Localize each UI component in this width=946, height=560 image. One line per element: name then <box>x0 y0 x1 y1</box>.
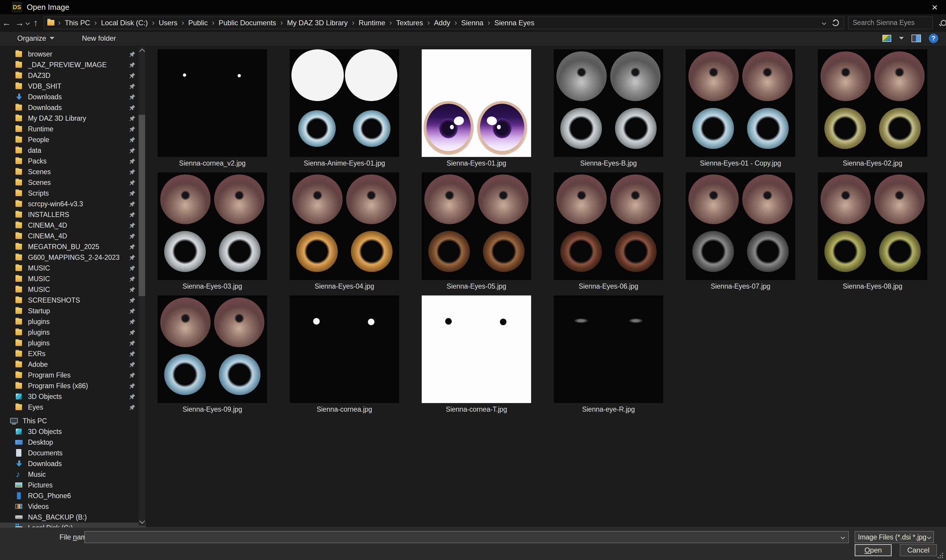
file-tile[interactable] <box>290 295 399 403</box>
cancel-button[interactable]: Cancel <box>900 544 937 556</box>
address-dropdown-chevron-icon[interactable] <box>822 20 826 25</box>
sidebar-item-scenes[interactable]: Scenes <box>0 177 146 188</box>
sidebar-item-vdb-shit[interactable]: VDB_SHIT <box>0 81 146 92</box>
breadcrumb-item[interactable]: This PC <box>62 19 92 27</box>
breadcrumb-item[interactable]: Public Documents <box>216 19 278 27</box>
sidebar-item-scripts[interactable]: Scripts <box>0 188 146 198</box>
breadcrumb-item[interactable]: Sienna Eyes <box>492 19 537 27</box>
scroll-up-icon[interactable] <box>139 48 145 54</box>
sidebar-item-rog-phone6[interactable]: ROG_Phone6 <box>0 491 146 501</box>
sidebar-item-music[interactable]: MUSIC <box>0 263 146 274</box>
file-tile[interactable] <box>290 49 399 157</box>
file-tile[interactable] <box>422 295 531 403</box>
pin-icon[interactable] <box>129 275 136 282</box>
sidebar-item-3d-objects[interactable]: 3D Objects <box>0 391 146 402</box>
pin-icon[interactable] <box>129 222 136 229</box>
file-tile[interactable] <box>290 172 399 280</box>
sidebar-item-screenshots[interactable]: SCREENSHOTS <box>0 295 146 306</box>
file-tile[interactable] <box>554 295 663 403</box>
sidebar-item-pictures[interactable]: Pictures <box>0 480 146 491</box>
breadcrumb-item[interactable]: My DAZ 3D Library <box>285 19 350 27</box>
sidebar-item-plugins[interactable]: plugins <box>0 338 146 348</box>
pin-icon[interactable] <box>129 94 136 100</box>
address-bar[interactable]: ›This PC›Local Disk (C:)›Users›Public›Pu… <box>44 17 844 29</box>
pin-icon[interactable] <box>129 393 136 400</box>
sidebar-item-data[interactable]: data <box>0 145 146 156</box>
file-tile[interactable] <box>422 172 531 280</box>
resize-grip[interactable] <box>938 553 943 558</box>
pin-icon[interactable] <box>129 383 136 389</box>
pin-icon[interactable] <box>129 137 136 143</box>
sidebar-item-my-daz-3d-library[interactable]: My DAZ 3D Library <box>0 113 146 124</box>
sidebar-item-runtime[interactable]: Runtime <box>0 124 146 134</box>
scroll-down-icon[interactable] <box>139 518 145 524</box>
sidebar-item-adobe[interactable]: Adobe <box>0 359 146 370</box>
pin-icon[interactable] <box>129 211 136 218</box>
back-icon[interactable]: ← <box>0 18 13 28</box>
pin-icon[interactable] <box>129 318 136 325</box>
sidebar-item-program-files-x86[interactable]: Program Files (x86) <box>0 380 146 391</box>
file-tile[interactable] <box>686 172 795 280</box>
pin-icon[interactable] <box>129 169 136 175</box>
pin-icon[interactable] <box>129 243 136 250</box>
sidebar-item-this-pc[interactable]: This PC <box>0 415 146 426</box>
pin-icon[interactable] <box>129 233 136 239</box>
pin-icon[interactable] <box>129 265 136 271</box>
file-tile[interactable] <box>158 295 267 403</box>
pin-icon[interactable] <box>129 62 136 68</box>
pin-icon[interactable] <box>129 51 136 57</box>
sidebar-item-videos[interactable]: Videos <box>0 501 146 512</box>
sidebar-item-daz3d[interactable]: DAZ3D <box>0 70 146 81</box>
help-icon[interactable]: ? <box>929 34 938 43</box>
pin-icon[interactable] <box>129 179 136 186</box>
file-tile[interactable] <box>554 49 663 157</box>
sidebar-item-eyes[interactable]: Eyes <box>0 402 146 412</box>
breadcrumb-item[interactable]: Sienna <box>459 19 486 27</box>
breadcrumb-item[interactable]: Addy <box>431 19 453 27</box>
sidebar-item-plugins[interactable]: plugins <box>0 316 146 327</box>
sidebar-item-browser[interactable]: browser <box>0 49 146 60</box>
sidebar-item-installers[interactable]: INSTALLERS <box>0 209 146 220</box>
pin-icon[interactable] <box>129 404 136 411</box>
sidebar-item-downloads[interactable]: Downloads <box>0 92 146 102</box>
sidebar-scrollbar[interactable] <box>139 47 145 526</box>
pin-icon[interactable] <box>129 297 136 303</box>
pin-icon[interactable] <box>129 158 136 165</box>
sidebar-item-cinema-4d[interactable]: CINEMA_4D <box>0 220 146 231</box>
file-name-input[interactable] <box>85 533 841 541</box>
sidebar-item-music[interactable]: MUSIC <box>0 284 146 295</box>
sidebar-item-cinema-4d[interactable]: CINEMA_4D <box>0 231 146 242</box>
pin-icon[interactable] <box>129 254 136 261</box>
up-icon[interactable]: ↑ <box>29 18 42 28</box>
file-tile[interactable] <box>818 172 927 280</box>
search-icon[interactable] <box>941 20 946 26</box>
pin-icon[interactable] <box>129 308 136 314</box>
breadcrumb-item[interactable]: Users <box>156 19 180 27</box>
search-box[interactable] <box>848 17 933 29</box>
change-view-icon[interactable] <box>882 35 891 42</box>
breadcrumb-item[interactable]: Textures <box>394 19 425 27</box>
sidebar-item-program-files[interactable]: Program Files <box>0 370 146 380</box>
view-options-caret-icon[interactable] <box>899 37 904 40</box>
sidebar-item-downloads[interactable]: Downloads <box>0 458 146 469</box>
file-tile[interactable] <box>554 172 663 280</box>
pin-icon[interactable] <box>129 361 136 368</box>
sidebar-item-downloads[interactable]: Downloads <box>0 102 146 113</box>
sidebar-item-3d-objects[interactable]: 3D Objects <box>0 426 146 437</box>
file-tile[interactable] <box>422 49 531 157</box>
sidebar-item-people[interactable]: People <box>0 134 146 145</box>
close-icon[interactable]: × <box>923 0 946 14</box>
sidebar-item-desktop[interactable]: Desktop <box>0 437 146 448</box>
pin-icon[interactable] <box>129 83 136 89</box>
sidebar-item-megatron-bu-2025[interactable]: MEGATRON_BU_2025 <box>0 242 146 252</box>
open-button[interactable]: Open <box>855 544 892 556</box>
sidebar-item-scrcpy-win64-v3-3[interactable]: scrcpy-win64-v3.3 <box>0 198 146 209</box>
file-type-select[interactable]: Image Files (*.dsi *.jpg *.jpeg *. <box>855 531 934 543</box>
sidebar-item-documents[interactable]: Documents <box>0 448 146 458</box>
pin-icon[interactable] <box>129 115 136 122</box>
file-name-dropdown-chevron-icon[interactable] <box>841 535 845 539</box>
preview-pane-icon[interactable] <box>912 34 921 42</box>
forward-icon[interactable]: → <box>13 18 26 28</box>
pin-icon[interactable] <box>129 72 136 79</box>
file-tile[interactable] <box>158 172 267 280</box>
